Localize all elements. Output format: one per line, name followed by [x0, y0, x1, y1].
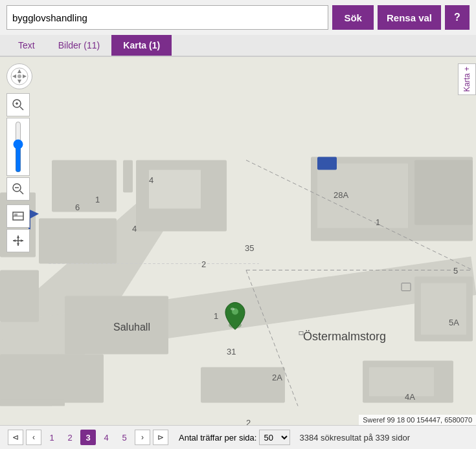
svg-text:Östermalmstorg: Östermalmstorg [303, 330, 386, 343]
svg-rect-17 [0, 355, 104, 403]
svg-rect-10 [317, 164, 408, 228]
svg-text:5: 5 [453, 266, 458, 276]
svg-rect-65 [14, 214, 17, 216]
svg-rect-11 [414, 160, 473, 225]
svg-rect-30 [317, 157, 337, 170]
svg-text:28A: 28A [334, 190, 348, 200]
svg-rect-7 [123, 160, 133, 193]
help-button[interactable]: ? [445, 5, 470, 30]
svg-text:4: 4 [149, 175, 153, 185]
page-5[interactable]: 5 [117, 430, 132, 445]
map-svg: 6 1 4 4 2 35 1 31 2A 28A 1 5 5A 4A 2 26 … [0, 57, 476, 425]
svg-line-60 [20, 107, 23, 110]
clear-button[interactable]: Rensa val [378, 5, 441, 30]
svg-rect-8 [149, 170, 201, 209]
zoom-slider[interactable] [12, 121, 25, 173]
svg-text:5A: 5A [449, 318, 459, 327]
search-button[interactable]: Sök [332, 5, 374, 30]
pan-button[interactable] [6, 229, 30, 252]
svg-text:2: 2 [246, 418, 251, 426]
search-input[interactable] [6, 5, 328, 30]
svg-rect-13 [421, 283, 466, 335]
fullscreen-button[interactable] [6, 204, 30, 228]
tab-text[interactable]: Text [6, 35, 47, 56]
tab-bilder[interactable]: Bilder (11) [47, 35, 112, 56]
map-controls [6, 63, 32, 252]
first-page-button[interactable]: ⊲ [8, 430, 23, 445]
next-page-button[interactable]: › [135, 430, 150, 445]
tab-karta[interactable]: Karta (1) [111, 35, 172, 56]
zoom-out-button[interactable] [6, 177, 30, 201]
svg-text:35: 35 [245, 243, 254, 253]
page-3[interactable]: 3 [80, 430, 96, 445]
svg-text:4: 4 [132, 224, 137, 234]
svg-rect-19 [0, 270, 39, 322]
app: Sök Rensa val ? Text Bilder (11) Karta (… [0, 0, 476, 449]
page-2[interactable]: 2 [62, 430, 78, 445]
svg-text:1: 1 [376, 217, 380, 227]
per-page-label: Antal träffar per sida: [179, 433, 256, 443]
svg-rect-18 [0, 400, 65, 406]
svg-text:4A: 4A [405, 392, 415, 402]
search-bar: Sök Rensa val ? [0, 0, 476, 35]
svg-point-27 [231, 308, 234, 311]
karta-link[interactable]: Karta + [458, 63, 476, 95]
svg-line-63 [20, 191, 23, 194]
extra-controls [6, 204, 32, 252]
svg-rect-4 [39, 219, 117, 264]
pagination: ⊲ ‹ 1 2 3 4 5 › ⊳ Antal träffar per sida… [0, 425, 476, 449]
coordinates: Sweref 99 18 00 154447, 6580070 [359, 415, 476, 425]
page-1[interactable]: 1 [44, 430, 60, 445]
svg-marker-71 [13, 239, 16, 242]
page-4[interactable]: 4 [98, 430, 114, 445]
svg-text:Saluhall: Saluhall [113, 322, 150, 333]
map-container[interactable]: 6 1 4 4 2 35 1 31 2A 28A 1 5 5A 4A 2 26 … [0, 57, 476, 425]
svg-text:2A: 2A [272, 373, 282, 382]
svg-marker-69 [17, 235, 19, 238]
result-info: 3384 sökresultat på 339 sidor [299, 433, 410, 443]
svg-marker-72 [21, 239, 23, 242]
nav-control[interactable] [6, 63, 32, 89]
svg-text:6: 6 [75, 203, 80, 212]
svg-marker-70 [17, 243, 19, 246]
tabs: Text Bilder (11) Karta (1) [0, 35, 476, 57]
last-page-button[interactable]: ⊳ [153, 430, 168, 445]
svg-rect-3 [52, 160, 117, 212]
prev-page-button[interactable]: ‹ [26, 430, 41, 445]
zoom-in-button[interactable] [6, 93, 30, 116]
svg-point-56 [17, 74, 21, 78]
per-page-select[interactable]: 10 25 50 100 [259, 430, 290, 445]
zoom-slider-container [6, 118, 30, 176]
svg-text:2: 2 [201, 259, 206, 269]
svg-text:1: 1 [214, 311, 218, 321]
svg-text:31: 31 [227, 347, 236, 356]
svg-text:1: 1 [95, 195, 100, 204]
svg-rect-15 [369, 367, 434, 397]
